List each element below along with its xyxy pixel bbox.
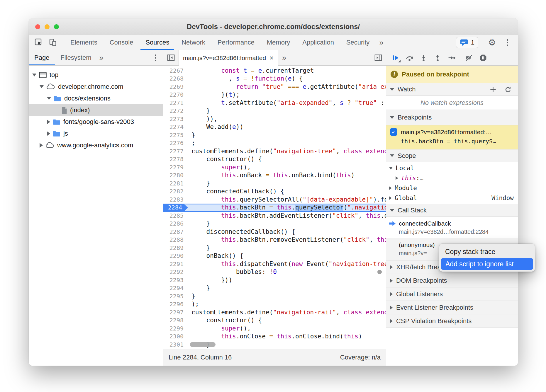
add-watch-expression-icon[interactable] — [489, 86, 497, 93]
tab-console[interactable]: Console — [104, 35, 140, 50]
code-line-text[interactable]: this.backBtn.removeEventListener("click"… — [188, 236, 386, 244]
deactivate-breakpoints-button[interactable] — [462, 52, 476, 64]
code-line-text[interactable]: onBack() { — [188, 252, 386, 260]
step-over-button[interactable] — [403, 52, 416, 64]
show-debugger-panel-icon[interactable] — [371, 50, 386, 65]
code-line-text[interactable]: const t = e.currentTarget — [188, 67, 386, 75]
tree-item-js[interactable]: js — [29, 128, 163, 139]
step-button[interactable] — [445, 52, 458, 64]
line-number-gutter[interactable]: 2280 — [163, 171, 188, 180]
code-line-text[interactable]: customElements.define("navigation-tree",… — [188, 147, 386, 156]
navigator-menu-dots-icon[interactable] — [150, 50, 163, 65]
line-number-gutter[interactable]: 2282 — [163, 188, 188, 196]
tab-memory[interactable]: Memory — [261, 35, 296, 50]
line-number-gutter[interactable]: 2274 — [163, 123, 188, 131]
scope-item-this[interactable]: this: … — [386, 173, 518, 183]
code-line-text[interactable]: this.onBack = this.onBack.bind(this) — [188, 171, 386, 180]
step-into-button[interactable] — [417, 52, 430, 64]
line-number-gutter[interactable]: 2299 — [163, 325, 188, 333]
disclosure-triangle-icon[interactable] — [389, 196, 392, 200]
context-menu-item-copy-stack-trace[interactable]: Copy stack trace — [439, 245, 535, 258]
code-line-text[interactable]: We.add(e)) — [188, 123, 386, 131]
code-line-text[interactable]: customElements.define("navigation-rail",… — [188, 309, 386, 317]
disclosure-triangle-icon[interactable] — [47, 131, 50, 136]
disclosure-triangle-icon[interactable] — [47, 120, 50, 124]
code-line-text[interactable]: } — [188, 131, 386, 139]
code-line-text[interactable]: constructor() { — [188, 155, 386, 163]
line-number-gutter[interactable]: 2294 — [163, 284, 188, 292]
breakpoint-entry[interactable]: ✓ main.js?v=e382d86f:formatted:… this.ba… — [386, 125, 518, 149]
more-tabs-chevron-icon[interactable]: » — [376, 35, 387, 50]
execution-line-gutter-badge[interactable]: 2284 — [163, 204, 188, 212]
context-menu-item-add-script-to-ignore-list[interactable]: Add script to ignore list — [441, 258, 533, 270]
main-menu-dots-icon[interactable] — [501, 37, 514, 48]
tab-security[interactable]: Security — [340, 35, 376, 50]
line-number-gutter[interactable]: 2277 — [163, 147, 188, 156]
code-line-text[interactable]: } — [188, 107, 386, 115]
tree-item-www-google-analytics-com[interactable]: www.google-analytics.com — [29, 139, 163, 151]
line-number-gutter[interactable]: 2273 — [163, 115, 188, 123]
section-header-call-stack[interactable]: Call Stack — [386, 204, 518, 217]
call-stack-frame-connectedcallback[interactable]: connectedCallbackmain.js?v=e382d…formatt… — [386, 217, 518, 238]
horizontal-scrollbar-thumb[interactable] — [190, 342, 216, 347]
line-number-gutter[interactable]: 2298 — [163, 316, 188, 325]
editor-scroll-dot[interactable] — [377, 270, 382, 274]
tab-elements[interactable]: Elements — [64, 35, 104, 50]
inspect-element-icon[interactable] — [32, 37, 45, 48]
code-line-text[interactable]: this.onClose = this.onClose.bind(this) — [188, 333, 386, 341]
code-line-text[interactable]: this.querySelectorAll("[data-expandable]… — [188, 196, 386, 204]
close-tab-icon[interactable]: × — [269, 54, 274, 62]
line-number-gutter[interactable]: 2278 — [163, 155, 188, 163]
disclosure-triangle-icon[interactable] — [389, 167, 393, 170]
disclosure-triangle-icon[interactable] — [47, 97, 51, 100]
minimize-window-button[interactable] — [45, 24, 50, 29]
line-number-gutter[interactable]: 2291 — [163, 260, 188, 268]
tab-performance[interactable]: Performance — [211, 35, 261, 50]
disclosure-triangle-icon[interactable] — [32, 74, 36, 76]
line-number-gutter[interactable]: 2287 — [163, 228, 188, 236]
code-line-text[interactable]: this.dispatchEvent(new Event("navigation… — [188, 260, 386, 268]
code-line-text[interactable]: } — [188, 180, 386, 188]
line-number-gutter[interactable]: 2268 — [163, 75, 188, 83]
code-line-text[interactable]: } — [188, 341, 386, 349]
disclosure-triangle-icon[interactable] — [389, 186, 392, 190]
tree-item-fonts-google-sans-v2003[interactable]: fonts/google-sans-v2003 — [29, 116, 163, 128]
resume-script-button[interactable] — [389, 52, 402, 64]
tree-item-developer-chrome-com[interactable]: developer.chrome.com — [29, 81, 163, 93]
code-line-text[interactable]: } — [188, 284, 386, 292]
close-window-button[interactable] — [35, 24, 40, 29]
section-header-dom-breakpoints[interactable]: DOM Breakpoints — [386, 274, 518, 287]
line-number-gutter[interactable]: 2281 — [163, 180, 188, 188]
scope-item-global[interactable]: GlobalWindow — [386, 193, 518, 203]
tree-item-index[interactable]: (index) — [29, 104, 163, 116]
tab-network[interactable]: Network — [175, 35, 211, 50]
refresh-watch-icon[interactable] — [504, 86, 512, 93]
line-number-gutter[interactable]: 2271 — [163, 99, 188, 107]
line-number-gutter[interactable]: 2270 — [163, 91, 188, 99]
line-number-gutter[interactable]: 2288 — [163, 236, 188, 244]
step-out-button[interactable] — [431, 52, 444, 64]
line-number-gutter[interactable]: 2279 — [163, 163, 188, 172]
code-line-text[interactable]: this.backBtn.addEventListener("click", t… — [188, 212, 386, 220]
section-header-event-listener-breakpoints[interactable]: Event Listener Breakpoints — [386, 301, 518, 314]
line-number-gutter[interactable]: 2292 — [163, 268, 188, 276]
line-number-gutter[interactable]: 2272 — [163, 107, 188, 115]
tab-sources[interactable]: Sources — [139, 35, 175, 50]
section-header-csp-violation-breakpoints[interactable]: CSP Violation Breakpoints — [386, 314, 518, 328]
line-number-gutter[interactable]: 2276 — [163, 139, 188, 147]
code-line-text[interactable]: super(), — [188, 325, 386, 333]
line-number-gutter[interactable]: 2275 — [163, 131, 188, 139]
console-messages-button[interactable]: 1 — [456, 37, 478, 48]
line-number-gutter[interactable]: 2295 — [163, 292, 188, 301]
section-header-global-listeners[interactable]: Global Listeners — [386, 287, 518, 301]
code-line-text[interactable]: ; — [188, 139, 386, 147]
code-line-text[interactable]: } — [188, 220, 386, 228]
scope-item-module[interactable]: Module — [386, 183, 518, 193]
code-line-text[interactable]: } — [188, 244, 386, 252]
disclosure-triangle-icon[interactable] — [396, 176, 398, 180]
scope-item-local[interactable]: Local — [386, 163, 518, 173]
line-number-gutter[interactable]: 2300 — [163, 333, 188, 341]
line-number-gutter[interactable]: 2290 — [163, 252, 188, 260]
line-number-gutter[interactable]: 2286 — [163, 220, 188, 228]
code-line-text[interactable]: }(t); — [188, 91, 386, 99]
